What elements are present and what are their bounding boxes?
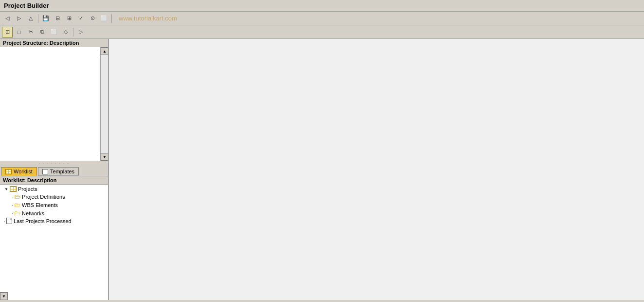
check-btn[interactable]: ✓ [75,13,86,24]
tab-area: Worklist Templates [0,166,108,176]
new-btn[interactable]: □ [14,27,24,38]
tab-worklist[interactable]: Worklist [1,167,37,176]
print-btn[interactable]: ⬜ [99,13,109,24]
cut-btn[interactable]: ✂ [25,27,36,38]
tree-item-projects[interactable]: ▼ Projects [0,186,108,192]
folder-icon-proj-def: 🗁 [14,193,20,200]
copy-btn[interactable]: ⧉ [37,27,48,38]
templates-tab-label: Templates [50,169,74,174]
folder-icon-networks: 🗁 [14,209,20,217]
app-title: Project Builder [4,2,49,9]
projects-label: Projects [18,186,37,192]
dot-last: · [4,218,5,224]
display-btn[interactable]: ⊟ [52,13,63,24]
toolbar-1: ◁ ▷ △ 💾 ⊟ ⊞ ✓ ⊙ ⬜ www.tutorialkart.com [0,12,644,25]
bottom-scroll-btn[interactable]: ▼ [0,292,8,300]
sep3 [73,28,73,37]
scroll-up-btn[interactable]: ▲ [101,47,108,55]
cmd-btn[interactable]: ⊡ [2,27,13,38]
more-btn[interactable]: ▷ [75,27,86,38]
structure-area: ▲ ▼ [0,47,108,161]
networks-label: Networks [22,210,44,216]
main-area: Project Structure: Description ▲ ▼ · · ·… [0,39,644,300]
project-definitions-label: Project Definitions [22,194,65,200]
doc-icon-last [6,218,12,224]
tree-item-last-projects[interactable]: · Last Projects Processed [0,217,108,225]
dot-networks: · [12,210,13,216]
paste-btn[interactable]: ⬜ [49,27,59,38]
forward-btn[interactable]: ▷ [14,13,24,24]
dots-separator: · · · · · · · · [0,161,108,166]
structure-scrollbar: ▲ ▼ [100,47,108,161]
scroll-down-btn[interactable]: ▼ [101,153,108,161]
tree-item-wbs[interactable]: · 🗁 WBS Elements [0,201,108,209]
watermark-text: www.tutorialkart.com [119,15,177,22]
dot-project-def: · [12,194,13,200]
dot-wbs: · [12,202,13,208]
delete-btn[interactable]: ◇ [60,27,71,38]
worklist-header: Worklist: Description [0,176,108,185]
up-btn[interactable]: △ [25,13,36,24]
right-panel [109,39,644,300]
tab-templates[interactable]: Templates [38,167,79,176]
sep1 [38,14,38,23]
last-projects-label: Last Projects Processed [14,218,72,224]
worklist-tab-label: Worklist [14,169,33,174]
toolbar-2: ⊡ □ ✂ ⧉ ⬜ ◇ ▷ [0,25,644,39]
templates-icon [42,169,48,174]
tree-area: ▼ Projects · 🗁 Project Definitions [0,185,108,300]
expand-projects[interactable]: ▼ [4,187,9,191]
sep2 [111,14,112,23]
worklist-icon [5,169,12,174]
back-btn[interactable]: ◁ [2,13,13,24]
tree-item-networks[interactable]: · 🗁 Networks [0,209,108,217]
structure-header: Project Structure: Description [0,39,108,47]
title-bar: Project Builder [0,0,644,12]
save-btn[interactable]: 💾 [40,13,51,24]
execute-btn[interactable]: ⊙ [87,13,98,24]
wbs-label: WBS Elements [22,202,58,208]
tree-item-project-definitions[interactable]: · 🗁 Project Definitions [0,192,108,201]
scroll-track [101,55,108,153]
folder-icon-wbs: 🗁 [14,201,20,208]
left-panel: Project Structure: Description ▲ ▼ · · ·… [0,39,109,300]
projects-icon [10,186,17,192]
table-btn[interactable]: ⊞ [64,13,74,24]
